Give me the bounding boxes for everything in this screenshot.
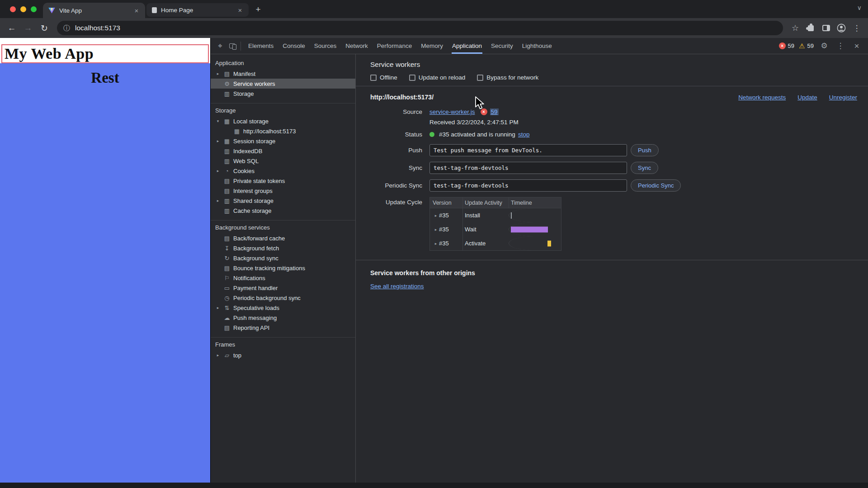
browser-menu-icon[interactable]: ⋮ xyxy=(850,21,863,35)
expander-icon[interactable]: ▸ xyxy=(215,198,221,203)
sidebar-item-back-forward-cache[interactable]: ▤ Back/forward cache xyxy=(211,233,355,243)
push-button[interactable]: Push xyxy=(631,144,659,156)
error-count-badge[interactable]: × 59 xyxy=(779,42,794,49)
sidebar-item-background-sync[interactable]: ↻ Background sync xyxy=(211,253,355,263)
device-toolbar-icon[interactable] xyxy=(226,40,238,52)
sidebar-item-session-storage[interactable]: ▸ ▦ Session storage xyxy=(211,136,355,146)
warning-count-badge[interactable]: ⚠ 59 xyxy=(799,42,814,50)
devtools-menu-kebab-icon[interactable]: ⋮ xyxy=(835,40,846,52)
tab-search-chevron-icon[interactable]: ∨ xyxy=(857,4,862,11)
close-tab-icon[interactable]: × xyxy=(132,6,141,14)
cycle-row-wait[interactable]: ▸ #35 Wait xyxy=(430,222,561,236)
sync-input[interactable] xyxy=(429,162,627,174)
push-input[interactable] xyxy=(429,144,627,156)
col-update-activity: Update Activity xyxy=(462,197,509,208)
tab-memory[interactable]: Memory xyxy=(416,38,448,54)
tab-application[interactable]: Application xyxy=(448,38,486,54)
sidebar-item-payment-handler[interactable]: ▭ Payment handler xyxy=(211,283,355,293)
devtools-settings-gear-icon[interactable]: ⚙ xyxy=(818,40,830,52)
profile-avatar[interactable] xyxy=(835,21,848,35)
sidebar-item-manifest[interactable]: ▸ ▤ Manifest xyxy=(211,69,355,79)
zoom-window-button[interactable] xyxy=(31,6,37,12)
network-requests-link[interactable]: Network requests xyxy=(738,94,786,101)
received-timestamp: Received 3/22/2024, 2:47:51 PM xyxy=(429,119,519,126)
checkbox-box[interactable] xyxy=(370,75,377,81)
sidebar-item-frame-top[interactable]: ▸ ▱ top xyxy=(211,350,355,360)
sidebar-item-label: Notifications xyxy=(233,275,265,282)
sidebar-item-push-messaging[interactable]: ☁ Push messaging xyxy=(211,313,355,323)
bypass-for-network-checkbox[interactable]: Bypass for network xyxy=(477,74,538,81)
sidebar-item-shared-storage[interactable]: ▸ ▥ Shared storage xyxy=(211,196,355,206)
sidebar-item-bounce-tracking-mitigations[interactable]: ▤ Bounce tracking mitigations xyxy=(211,263,355,273)
source-file-link[interactable]: service-worker.js xyxy=(429,108,475,115)
sidebar-item-web-sql[interactable]: ▥ Web SQL xyxy=(211,156,355,166)
tab-network[interactable]: Network xyxy=(341,38,373,54)
checkbox-box[interactable] xyxy=(477,75,483,81)
expander-icon[interactable]: ▸ xyxy=(433,227,439,232)
checkbox-box[interactable] xyxy=(409,75,415,81)
sidebar-item-speculative-loads[interactable]: ▸ ⇅ Speculative loads xyxy=(211,303,355,313)
source-error-count-link[interactable]: 59 xyxy=(490,108,499,115)
expander-icon[interactable]: ▸ xyxy=(215,71,221,76)
forward-button[interactable]: → xyxy=(21,21,35,35)
back-button[interactable]: ← xyxy=(5,21,19,35)
offline-checkbox[interactable]: Offline xyxy=(370,74,397,81)
sidebar-item-storage[interactable]: ▥ Storage xyxy=(211,89,355,99)
unregister-link[interactable]: Unregister xyxy=(829,94,857,101)
tab-sources[interactable]: Sources xyxy=(310,38,341,54)
expander-icon[interactable]: ▸ xyxy=(215,169,221,173)
cycle-row-install[interactable]: ▸ #35 Install xyxy=(430,208,561,222)
update-cycle-row: Update Cycle Version Update Activity Tim… xyxy=(370,197,857,251)
extensions-puzzle-icon[interactable] xyxy=(804,21,817,35)
stop-link[interactable]: stop xyxy=(518,131,530,138)
sidebar-item-indexeddb[interactable]: ▥ IndexedDB xyxy=(211,146,355,156)
sidebar-item-cache-storage[interactable]: ▥ Cache storage xyxy=(211,206,355,216)
reload-button[interactable]: ↻ xyxy=(37,21,52,35)
inspect-element-icon[interactable]: ⌖ xyxy=(214,40,226,52)
expander-icon[interactable]: ▸ xyxy=(215,353,221,357)
sidebar-item-label: Speculative loads xyxy=(233,305,279,311)
close-window-button[interactable] xyxy=(10,6,16,12)
sidebar-item-interest-groups[interactable]: ▤ Interest groups xyxy=(211,186,355,196)
site-info-icon[interactable]: ⓘ xyxy=(63,24,70,33)
new-tab-button[interactable]: + xyxy=(251,3,265,16)
tab-performance[interactable]: Performance xyxy=(373,38,416,54)
minimize-window-button[interactable] xyxy=(20,6,26,12)
sidebar-item-reporting-api[interactable]: ▤ Reporting API xyxy=(211,323,355,333)
sidebar-item-cookies[interactable]: ▸ ◔ Cookies xyxy=(211,166,355,176)
browser-tab-home-page[interactable]: Home Page × xyxy=(146,3,249,17)
sidebar-item-notifications[interactable]: ⚐ Notifications xyxy=(211,273,355,283)
sidebar-item-periodic-background-sync[interactable]: ◷ Periodic background sync xyxy=(211,293,355,303)
close-tab-icon[interactable]: × xyxy=(236,6,244,14)
service-worker-options: Offline Update on reload Bypass for netw… xyxy=(370,74,857,81)
tab-lighthouse[interactable]: Lighthouse xyxy=(518,38,557,54)
tab-security[interactable]: Security xyxy=(486,38,518,54)
periodic-sync-input[interactable] xyxy=(429,179,627,192)
sidebar-item-private-state-tokens[interactable]: ▤ Private state tokens xyxy=(211,176,355,186)
update-link[interactable]: Update xyxy=(797,94,817,101)
periodic-sync-button[interactable]: Periodic Sync xyxy=(631,179,681,192)
expander-icon[interactable]: ▾ xyxy=(215,119,221,123)
address-bar[interactable]: ⓘ localhost:5173 xyxy=(57,21,783,35)
expander-icon[interactable]: ▸ xyxy=(215,139,221,143)
see-all-registrations-link[interactable]: See all registrations xyxy=(370,283,424,290)
sync-button[interactable]: Sync xyxy=(631,162,658,174)
group-icon: ▤ xyxy=(223,188,231,194)
bookmark-star-icon[interactable]: ☆ xyxy=(788,21,802,35)
checkbox-label: Update on reload xyxy=(419,74,466,81)
expander-icon[interactable]: ▸ xyxy=(433,213,439,218)
devtools-close-icon[interactable]: × xyxy=(851,40,863,52)
sidebar-item-local-storage-origin[interactable]: ▦ http://localhost:5173 xyxy=(211,126,355,136)
sidebar-item-background-fetch[interactable]: ↧ Background fetch xyxy=(211,243,355,253)
sidebar-item-local-storage[interactable]: ▾ ▦ Local storage xyxy=(211,116,355,126)
update-on-reload-checkbox[interactable]: Update on reload xyxy=(409,74,466,81)
tab-elements[interactable]: Elements xyxy=(244,38,278,54)
sidebar-item-service-workers[interactable]: ⚙ Service workers xyxy=(211,79,355,89)
expander-icon[interactable]: ▸ xyxy=(215,305,221,310)
side-panel-icon[interactable] xyxy=(819,21,833,35)
browser-tab-vite-app[interactable]: Vite App × xyxy=(43,3,145,18)
cycle-row-activate[interactable]: ▸ #35 Activate xyxy=(430,236,561,250)
tab-console[interactable]: Console xyxy=(278,38,310,54)
service-worker-gear-icon: ⚙ xyxy=(223,80,231,87)
expander-icon[interactable]: ▸ xyxy=(433,241,439,246)
